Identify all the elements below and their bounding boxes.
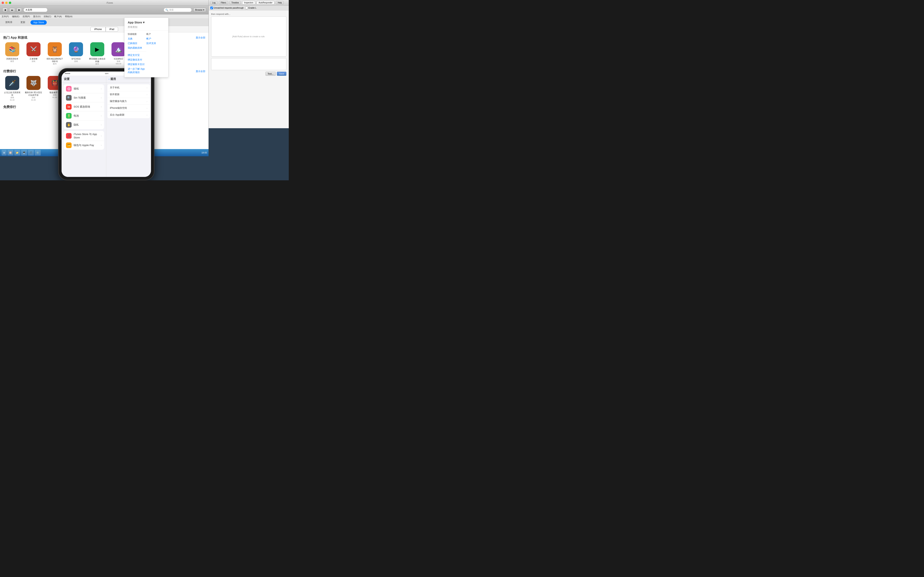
general-row-storage[interactable]: iPhone储存空间 › <box>107 105 150 111</box>
taskbar-start[interactable]: ⊞ <box>2 150 6 155</box>
filter-enable-checkbox[interactable] <box>245 6 248 9</box>
charles-tab-log[interactable]: Log <box>210 1 217 5</box>
charles-tab-autoresponder[interactable]: AutoResponder <box>257 1 274 5</box>
left-panel-title: 设置 <box>64 77 69 81</box>
ipad-tab[interactable]: iPad <box>106 27 118 32</box>
battery-icon: 🔋 <box>66 113 71 119</box>
menu-control[interactable]: 控制(C) <box>44 15 51 18</box>
play-button[interactable]: ▶ <box>17 8 22 12</box>
general-row-software-update[interactable]: 软件更新 › <box>107 91 150 98</box>
free-apps-title: 免费排行 <box>3 105 16 109</box>
settings-row-privacy[interactable]: ✋ 隐私 › <box>63 121 104 129</box>
dropdown-item-support[interactable]: 技术支持 <box>146 41 165 46</box>
tab-library[interactable]: 资料库 <box>2 20 15 25</box>
filter-unmatched[interactable]: Unmatched requests passthrough <box>210 6 244 9</box>
taskbar-btn-3[interactable]: 🎵 <box>28 150 34 155</box>
app-card-4[interactable]: ▶ 腾讯视频·云南虫谷炸腹 娱乐 <box>88 42 106 65</box>
respond-input-area[interactable] <box>211 58 286 70</box>
charles-tab-filters[interactable]: Filters <box>219 1 228 5</box>
dropdown-item-iap[interactable]: 进一步了解 App 内购买项目 <box>128 67 146 75</box>
general-row-airplay[interactable]: 隔空播放与接力 › <box>107 98 150 105</box>
sos-chevron-icon: › <box>101 105 102 108</box>
menu-app[interactable]: 应用(P) <box>23 15 30 18</box>
settings-row-itunes[interactable]: 🎵 iTunes Store 与 App Store › <box>63 131 104 141</box>
menu-view[interactable]: 显示(V) <box>33 15 40 18</box>
general-row-background-refresh[interactable]: 后台 App刷新 › <box>107 111 150 118</box>
app-name-4: 腾讯视频·云南虫谷炸腹 <box>88 58 106 63</box>
then-respond-with-label: then respond with... <box>211 13 286 15</box>
filter-enable[interactable]: Enable L <box>245 6 256 9</box>
filter-unmatched-label: Unmatched requests passthrough <box>213 7 244 9</box>
charles-help-button[interactable]: Help <box>276 1 284 5</box>
filter-unmatched-checkbox[interactable] <box>210 6 213 9</box>
charles-save-button[interactable]: Save <box>277 72 286 76</box>
search-bar[interactable]: 🔍 搜索 <box>164 8 192 12</box>
app-card-2[interactable]: 🦉 得到·精品课程电子书听书 图书 <box>46 42 64 65</box>
paid-cat-1: 游戏 <box>24 97 42 99</box>
general-section: 关于本机 › 软件更新 › 隔空播放与接力 › iPhone储存空间 <box>107 84 150 118</box>
paid-price-0: ¥1.00 <box>3 99 21 101</box>
charles-tab-inspectors[interactable]: Inspectors <box>242 1 255 5</box>
charles-tab-timeline[interactable]: Timeline <box>229 1 241 5</box>
tab-appstore[interactable]: App Store <box>31 20 47 25</box>
library-selector[interactable]: A 应用 <box>23 8 47 12</box>
quick-links-label: 快速链接 <box>128 33 146 35</box>
taskbar-btn-1[interactable]: 📁 <box>14 150 20 155</box>
hot-apps-show-all[interactable]: 显示全部 <box>196 36 205 39</box>
taskbar-time: 18:05 <box>201 152 207 154</box>
settings-row-sos[interactable]: 🆘 SOS 紧急联络 › <box>63 102 104 111</box>
dropdown-item-account[interactable]: 帐户 <box>146 37 165 41</box>
tab-updates[interactable]: 更新 <box>18 20 28 25</box>
itunes-icon: 🎵 <box>66 133 71 139</box>
app-cat-1: 游戏 <box>24 60 42 63</box>
dropdown-item-unionpay[interactable]: 绑定银联卡支付 <box>128 62 146 67</box>
back-button[interactable]: ◀ <box>2 8 8 12</box>
window-minimize-button[interactable] <box>5 2 8 4</box>
charles-bottom-bar: Test... Save <box>211 72 286 76</box>
menu-file[interactable]: 文件(F) <box>2 15 9 18</box>
desktop: iTunes ◀ ⏭ ▶ A 应用 🔍 搜索 Browse ▾ 文件(F) 编辑… <box>0 0 289 180</box>
app-card-3[interactable]: 🔮 《炉石传说》 游戏 <box>67 42 85 65</box>
forward-button[interactable]: ⏭ <box>9 8 15 12</box>
wallpaper-label: 墙纸 <box>74 87 101 90</box>
app-card-1[interactable]: ⚔️ 王者荣耀 游戏 <box>24 42 42 65</box>
charles-test-button[interactable]: Test... <box>265 72 276 76</box>
app-icon-1: ⚔️ <box>26 42 40 56</box>
window-maximize-button[interactable] <box>9 2 11 4</box>
dropdown-item-wechat[interactable]: 绑定微信支付 <box>128 58 146 62</box>
dropdown-item-purchased[interactable]: 已购项目 <box>128 41 146 46</box>
general-row-about[interactable]: 关于本机 › <box>107 84 150 91</box>
hot-apps-grid: 📚 洪恩双语绘本 教育 ⚔️ 王者荣耀 游戏 🦉 得到·精品课程电子书听书 图书 <box>3 42 205 65</box>
dropdown-item-exchange[interactable]: 兑换 <box>128 37 146 41</box>
window-close-button[interactable] <box>2 2 4 4</box>
paid-apps-show-all[interactable]: 显示全部 <box>196 70 205 73</box>
browse-button[interactable]: Browse ▾ <box>193 8 206 12</box>
app-icon-5: 🏔️ <box>111 42 126 56</box>
paid-app-1[interactable]: 🐺 魔兽归来·3D大型玄幻仙侠手游 游戏 ¥1.00 <box>24 76 42 101</box>
search-icon: 🔍 <box>165 9 168 11</box>
paid-name-0: 止戈之战·无双群英传 <box>3 91 21 97</box>
dropdown-item-wishlist[interactable]: 我的愿购清单 <box>128 46 146 50</box>
taskbar-btn-2[interactable]: 🖥️ <box>21 150 27 155</box>
paid-icon-0: 🗡️ <box>5 76 19 90</box>
wallet-chevron-icon: › <box>101 144 102 147</box>
menu-account[interactable]: 帐户(A) <box>54 15 62 18</box>
back-button[interactable]: ‹ <box>109 78 110 81</box>
dropdown-all-categories[interactable]: 所有类别 <box>124 25 168 31</box>
paid-app-0[interactable]: 🗡️ 止戈之战·无双群英传 游戏 ¥1.00 <box>3 76 21 101</box>
menu-edit[interactable]: 编辑(E) <box>12 15 19 18</box>
settings-row-siri[interactable]: 🔍 Siri 与搜索 › <box>63 93 104 102</box>
menu-help[interactable]: 帮助(H) <box>65 15 73 18</box>
taskbar-btn-0[interactable]: 🪟 <box>7 150 13 155</box>
settings-row-battery[interactable]: 🔋 电池 › <box>63 111 104 121</box>
settings-row-wallet[interactable]: 💳 钱包与 Apple Pay › <box>63 141 104 150</box>
charles-toolbar: Log Filters Timeline Inspectors AutoResp… <box>209 0 289 6</box>
app-card-0[interactable]: 📚 洪恩双语绘本 教育 <box>3 42 21 65</box>
iphone-tab[interactable]: iPhone <box>90 27 105 32</box>
privacy-chevron-icon: › <box>101 123 102 126</box>
taskbar-btn-4[interactable]: ⚙️ <box>35 150 41 155</box>
settings-row-wallpaper[interactable]: 🌸 墙纸 › <box>63 84 104 93</box>
paid-icon-1: 🐺 <box>26 76 40 90</box>
charles-window: Log Filters Timeline Inspectors AutoResp… <box>208 0 289 128</box>
dropdown-item-alipay[interactable]: 绑定支付宝 <box>128 53 146 58</box>
